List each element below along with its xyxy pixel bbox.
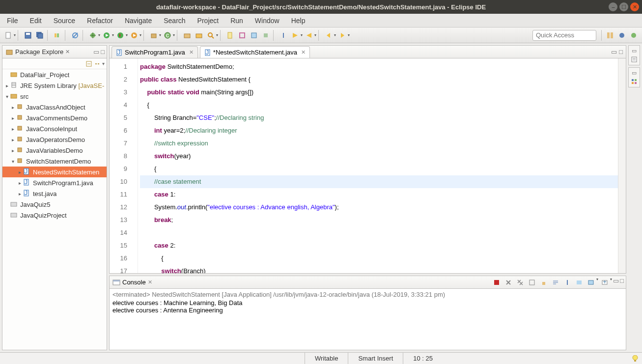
tree-item[interactable]: ▸JSwitchProgram1.java	[2, 177, 107, 188]
svg-rect-71	[577, 280, 582, 284]
new-class-icon[interactable]: c	[162, 30, 173, 41]
debug-icon[interactable]	[87, 30, 98, 41]
outline-icon[interactable]	[631, 78, 638, 85]
back-icon[interactable]	[323, 30, 334, 41]
package-tree[interactable]: DataFlair_Project▸JRE System Library [Ja…	[2, 69, 107, 350]
view-menu-icon[interactable]: ▾	[102, 61, 105, 66]
link-editor-icon[interactable]	[94, 60, 101, 67]
prev-annotation-icon[interactable]	[304, 30, 314, 41]
package-explorer-icon	[5, 48, 13, 56]
fold-gutter[interactable]	[131, 58, 138, 273]
tree-item[interactable]: JavaQuiz5	[2, 199, 107, 210]
tree-item[interactable]: ▾SwitchStatementDemo	[2, 156, 107, 167]
menu-help[interactable]: Help	[286, 15, 310, 27]
word-wrap-icon[interactable]	[550, 277, 561, 288]
terminate-icon[interactable]	[491, 277, 502, 288]
save-icon[interactable]	[23, 30, 33, 41]
build-icon[interactable]	[260, 30, 271, 41]
remove-terminated-icon[interactable]	[503, 277, 514, 288]
pin-console-icon[interactable]	[562, 277, 573, 288]
svg-rect-15	[119, 34, 120, 37]
tree-item[interactable]: ▸JavaClassAndObject	[2, 102, 107, 112]
console-tab-close-icon[interactable]: ✕	[148, 279, 152, 285]
open-console-icon[interactable]	[586, 277, 596, 288]
menu-refactor[interactable]: Refactor	[82, 15, 118, 27]
overview-ruler[interactable]	[618, 58, 626, 273]
pin-icon[interactable]	[278, 30, 289, 41]
svg-rect-38	[6, 50, 12, 55]
close-button[interactable]: ✕	[630, 2, 639, 11]
console-minimize-icon[interactable]: ▭	[613, 277, 619, 288]
tip-icon[interactable]	[632, 355, 642, 362]
save-all-icon[interactable]	[34, 30, 45, 41]
folder-icon[interactable]	[194, 30, 204, 41]
menu-run[interactable]: Run	[225, 15, 248, 27]
tree-item[interactable]: JavaQuizProject	[2, 210, 107, 221]
maximize-button[interactable]: ☐	[619, 2, 628, 11]
skip-breakpoints-icon[interactable]	[70, 30, 81, 41]
new-console-icon[interactable]: +	[599, 277, 610, 288]
menu-file[interactable]: File	[2, 15, 23, 27]
forward-icon[interactable]	[337, 30, 348, 41]
new-icon[interactable]	[3, 30, 14, 41]
tree-item[interactable]: ▸JavaCommentsDemo	[2, 112, 107, 123]
tree-item[interactable]: ▸JRE System Library [JavaSE-	[2, 80, 107, 91]
svg-rect-49	[18, 126, 22, 130]
java-perspective-icon[interactable]	[616, 30, 627, 41]
quick-access-input[interactable]	[532, 30, 596, 41]
run-last-icon[interactable]	[129, 30, 140, 41]
open-type-icon[interactable]	[182, 30, 193, 41]
debug-perspective-icon[interactable]	[628, 30, 639, 41]
tree-item[interactable]: ▸JavaOperatorsDemo	[2, 134, 107, 145]
menu-project[interactable]: Project	[193, 15, 224, 27]
menu-window[interactable]: Window	[250, 15, 284, 27]
code-area[interactable]: package SwitchStatementDemo;public class…	[138, 58, 618, 273]
tab-close-icon[interactable]: ✕	[189, 49, 194, 56]
editor-tab[interactable]: JSwitchProgram1.java✕	[112, 46, 198, 58]
tree-item[interactable]: ▸Jtest.java	[2, 188, 107, 199]
trim-restore2-icon[interactable]: ▭	[632, 70, 637, 76]
display-console-icon[interactable]	[574, 277, 585, 288]
menu-edit[interactable]: Edit	[25, 15, 47, 27]
console-output[interactable]: elective courses : Machine Learning, Big…	[112, 299, 623, 314]
toggle-mark-icon[interactable]	[225, 30, 236, 41]
search-icon[interactable]	[205, 30, 216, 41]
panel-maximize-icon[interactable]: □	[101, 48, 105, 56]
editor-minimize-icon[interactable]: ▭	[611, 48, 617, 56]
tree-item[interactable]: ▾src	[2, 91, 107, 102]
panel-minimize-icon[interactable]: ▭	[93, 48, 99, 56]
new-package-icon[interactable]	[148, 30, 159, 41]
paste-icon[interactable]	[249, 30, 259, 41]
svg-rect-72	[588, 280, 593, 284]
menu-navigate[interactable]: Navigate	[120, 15, 157, 27]
console-maximize-icon[interactable]: □	[620, 277, 624, 288]
remove-all-icon[interactable]	[515, 277, 526, 288]
tree-item[interactable]: ▸JavaVariablesDemo	[2, 145, 107, 156]
status-insert-mode: Smart Insert	[348, 353, 403, 364]
next-annotation-icon[interactable]	[290, 30, 301, 41]
menu-search[interactable]: Search	[159, 15, 190, 27]
menu-source[interactable]: Source	[49, 15, 80, 27]
svg-rect-51	[18, 148, 22, 152]
trim-restore-icon[interactable]: ▭	[632, 48, 637, 54]
svg-marker-33	[341, 33, 344, 38]
open-perspective-icon[interactable]	[605, 30, 615, 41]
collapse-all-icon[interactable]	[85, 60, 92, 67]
tree-item[interactable]: ▸JavaConsoleInput	[2, 123, 107, 134]
cut-icon[interactable]	[237, 30, 248, 41]
scroll-lock-icon[interactable]	[538, 277, 549, 288]
svg-rect-28	[264, 33, 268, 37]
editor-tab[interactable]: J*NestedSwitchStatement.java✕	[200, 46, 310, 58]
menubar: FileEditSourceRefactorNavigateSearchProj…	[0, 14, 642, 28]
editor-maximize-icon[interactable]: □	[619, 48, 623, 56]
tree-item[interactable]: DataFlair_Project	[2, 69, 107, 80]
run-icon[interactable]	[101, 30, 112, 41]
clear-console-icon[interactable]	[527, 277, 537, 288]
toggle-breadcrumb-icon[interactable]	[52, 30, 63, 41]
panel-close-icon[interactable]: ✕	[65, 49, 70, 55]
minimize-button[interactable]: ‒	[609, 2, 617, 11]
tree-item[interactable]: ▸JNestedSwitchStatemen	[2, 167, 107, 177]
task-list-icon[interactable]	[631, 56, 638, 63]
coverage-icon[interactable]	[115, 30, 126, 41]
tab-close-icon[interactable]: ✕	[301, 49, 306, 56]
